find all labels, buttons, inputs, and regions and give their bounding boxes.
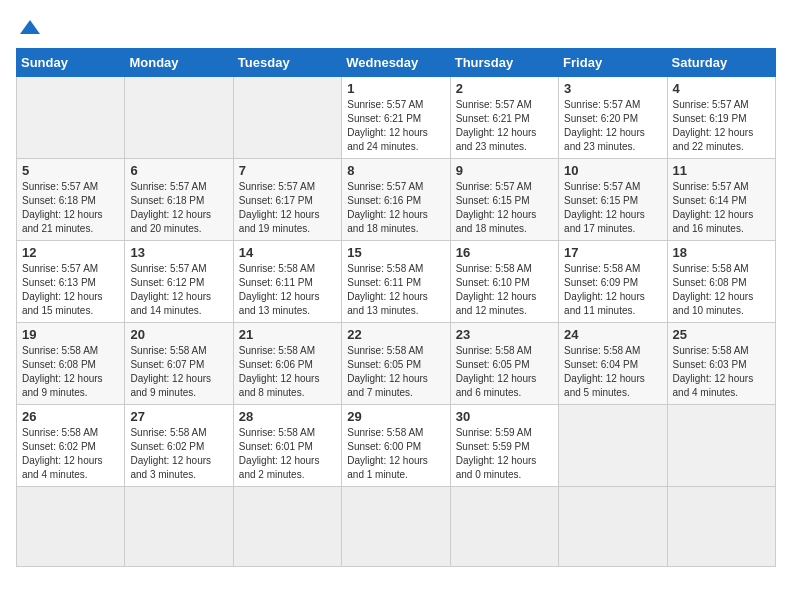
weekday-header-sunday: Sunday	[17, 49, 125, 77]
day-number: 6	[130, 163, 227, 178]
calendar-cell: 17Sunrise: 5:58 AM Sunset: 6:09 PM Dayli…	[559, 241, 667, 323]
day-number: 25	[673, 327, 770, 342]
day-number: 8	[347, 163, 444, 178]
day-info: Sunrise: 5:58 AM Sunset: 6:06 PM Dayligh…	[239, 344, 336, 400]
calendar-row: 1Sunrise: 5:57 AM Sunset: 6:21 PM Daylig…	[17, 77, 776, 159]
weekday-header-wednesday: Wednesday	[342, 49, 450, 77]
day-number: 19	[22, 327, 119, 342]
day-number: 14	[239, 245, 336, 260]
calendar-cell	[559, 405, 667, 487]
calendar-row: 12Sunrise: 5:57 AM Sunset: 6:13 PM Dayli…	[17, 241, 776, 323]
calendar-cell	[233, 487, 341, 567]
calendar-cell	[17, 487, 125, 567]
weekday-header-thursday: Thursday	[450, 49, 558, 77]
day-number: 29	[347, 409, 444, 424]
day-number: 26	[22, 409, 119, 424]
day-number: 3	[564, 81, 661, 96]
day-info: Sunrise: 5:57 AM Sunset: 6:13 PM Dayligh…	[22, 262, 119, 318]
day-info: Sunrise: 5:58 AM Sunset: 6:01 PM Dayligh…	[239, 426, 336, 482]
day-number: 27	[130, 409, 227, 424]
calendar-cell: 19Sunrise: 5:58 AM Sunset: 6:08 PM Dayli…	[17, 323, 125, 405]
calendar-cell	[17, 77, 125, 159]
calendar-cell: 3Sunrise: 5:57 AM Sunset: 6:20 PM Daylig…	[559, 77, 667, 159]
calendar-cell: 10Sunrise: 5:57 AM Sunset: 6:15 PM Dayli…	[559, 159, 667, 241]
calendar-cell: 27Sunrise: 5:58 AM Sunset: 6:02 PM Dayli…	[125, 405, 233, 487]
day-info: Sunrise: 5:58 AM Sunset: 6:11 PM Dayligh…	[239, 262, 336, 318]
calendar-cell	[450, 487, 558, 567]
day-number: 18	[673, 245, 770, 260]
calendar-cell: 23Sunrise: 5:58 AM Sunset: 6:05 PM Dayli…	[450, 323, 558, 405]
day-number: 21	[239, 327, 336, 342]
svg-marker-0	[20, 20, 40, 34]
calendar-cell: 16Sunrise: 5:58 AM Sunset: 6:10 PM Dayli…	[450, 241, 558, 323]
day-info: Sunrise: 5:57 AM Sunset: 6:19 PM Dayligh…	[673, 98, 770, 154]
calendar-row: 26Sunrise: 5:58 AM Sunset: 6:02 PM Dayli…	[17, 405, 776, 487]
weekday-header-friday: Friday	[559, 49, 667, 77]
calendar-cell: 29Sunrise: 5:58 AM Sunset: 6:00 PM Dayli…	[342, 405, 450, 487]
weekday-header-saturday: Saturday	[667, 49, 775, 77]
day-info: Sunrise: 5:58 AM Sunset: 6:04 PM Dayligh…	[564, 344, 661, 400]
day-number: 20	[130, 327, 227, 342]
calendar-cell: 6Sunrise: 5:57 AM Sunset: 6:18 PM Daylig…	[125, 159, 233, 241]
calendar-table: SundayMondayTuesdayWednesdayThursdayFrid…	[16, 48, 776, 567]
day-info: Sunrise: 5:58 AM Sunset: 6:09 PM Dayligh…	[564, 262, 661, 318]
day-number: 2	[456, 81, 553, 96]
day-number: 30	[456, 409, 553, 424]
day-number: 4	[673, 81, 770, 96]
calendar-cell: 1Sunrise: 5:57 AM Sunset: 6:21 PM Daylig…	[342, 77, 450, 159]
calendar-cell	[233, 77, 341, 159]
calendar-cell: 18Sunrise: 5:58 AM Sunset: 6:08 PM Dayli…	[667, 241, 775, 323]
calendar-cell	[667, 487, 775, 567]
day-info: Sunrise: 5:58 AM Sunset: 6:10 PM Dayligh…	[456, 262, 553, 318]
weekday-header-row: SundayMondayTuesdayWednesdayThursdayFrid…	[17, 49, 776, 77]
day-number: 7	[239, 163, 336, 178]
page-header	[16, 16, 776, 40]
day-info: Sunrise: 5:58 AM Sunset: 6:00 PM Dayligh…	[347, 426, 444, 482]
calendar-cell: 11Sunrise: 5:57 AM Sunset: 6:14 PM Dayli…	[667, 159, 775, 241]
calendar-cell: 26Sunrise: 5:58 AM Sunset: 6:02 PM Dayli…	[17, 405, 125, 487]
logo	[16, 16, 42, 40]
day-info: Sunrise: 5:57 AM Sunset: 6:18 PM Dayligh…	[130, 180, 227, 236]
calendar-cell: 2Sunrise: 5:57 AM Sunset: 6:21 PM Daylig…	[450, 77, 558, 159]
calendar-cell: 4Sunrise: 5:57 AM Sunset: 6:19 PM Daylig…	[667, 77, 775, 159]
logo-icon	[18, 16, 42, 40]
day-number: 16	[456, 245, 553, 260]
weekday-header-monday: Monday	[125, 49, 233, 77]
calendar-cell: 13Sunrise: 5:57 AM Sunset: 6:12 PM Dayli…	[125, 241, 233, 323]
calendar-cell: 9Sunrise: 5:57 AM Sunset: 6:15 PM Daylig…	[450, 159, 558, 241]
calendar-cell	[667, 405, 775, 487]
day-number: 11	[673, 163, 770, 178]
calendar-cell: 7Sunrise: 5:57 AM Sunset: 6:17 PM Daylig…	[233, 159, 341, 241]
calendar-row: 19Sunrise: 5:58 AM Sunset: 6:08 PM Dayli…	[17, 323, 776, 405]
calendar-cell	[125, 77, 233, 159]
day-number: 24	[564, 327, 661, 342]
calendar-cell: 24Sunrise: 5:58 AM Sunset: 6:04 PM Dayli…	[559, 323, 667, 405]
day-number: 1	[347, 81, 444, 96]
day-number: 15	[347, 245, 444, 260]
day-info: Sunrise: 5:57 AM Sunset: 6:21 PM Dayligh…	[456, 98, 553, 154]
calendar-cell: 22Sunrise: 5:58 AM Sunset: 6:05 PM Dayli…	[342, 323, 450, 405]
day-info: Sunrise: 5:57 AM Sunset: 6:12 PM Dayligh…	[130, 262, 227, 318]
calendar-row	[17, 487, 776, 567]
day-info: Sunrise: 5:57 AM Sunset: 6:16 PM Dayligh…	[347, 180, 444, 236]
day-info: Sunrise: 5:57 AM Sunset: 6:20 PM Dayligh…	[564, 98, 661, 154]
calendar-cell: 25Sunrise: 5:58 AM Sunset: 6:03 PM Dayli…	[667, 323, 775, 405]
day-number: 13	[130, 245, 227, 260]
calendar-row: 5Sunrise: 5:57 AM Sunset: 6:18 PM Daylig…	[17, 159, 776, 241]
day-info: Sunrise: 5:58 AM Sunset: 6:08 PM Dayligh…	[673, 262, 770, 318]
day-info: Sunrise: 5:59 AM Sunset: 5:59 PM Dayligh…	[456, 426, 553, 482]
day-info: Sunrise: 5:57 AM Sunset: 6:18 PM Dayligh…	[22, 180, 119, 236]
day-number: 22	[347, 327, 444, 342]
calendar-cell: 14Sunrise: 5:58 AM Sunset: 6:11 PM Dayli…	[233, 241, 341, 323]
day-number: 23	[456, 327, 553, 342]
day-number: 28	[239, 409, 336, 424]
calendar-cell: 21Sunrise: 5:58 AM Sunset: 6:06 PM Dayli…	[233, 323, 341, 405]
day-info: Sunrise: 5:57 AM Sunset: 6:17 PM Dayligh…	[239, 180, 336, 236]
day-info: Sunrise: 5:58 AM Sunset: 6:11 PM Dayligh…	[347, 262, 444, 318]
day-number: 5	[22, 163, 119, 178]
day-info: Sunrise: 5:57 AM Sunset: 6:14 PM Dayligh…	[673, 180, 770, 236]
calendar-cell: 20Sunrise: 5:58 AM Sunset: 6:07 PM Dayli…	[125, 323, 233, 405]
calendar-cell: 28Sunrise: 5:58 AM Sunset: 6:01 PM Dayli…	[233, 405, 341, 487]
day-info: Sunrise: 5:57 AM Sunset: 6:15 PM Dayligh…	[564, 180, 661, 236]
calendar-cell	[125, 487, 233, 567]
